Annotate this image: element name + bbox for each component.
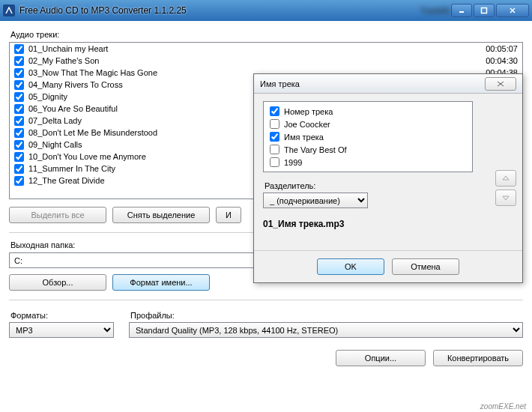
- track-checkbox[interactable]: [14, 176, 24, 186]
- titlebar-extra: Track06: [420, 6, 450, 15]
- track-checkbox[interactable]: [14, 104, 24, 114]
- track-duration: 00:05:07: [473, 44, 518, 53]
- deselect-button[interactable]: Снять выделение: [112, 207, 210, 223]
- separator-label: Разделитель:: [265, 181, 513, 190]
- maximize-button[interactable]: [474, 4, 495, 17]
- track-name: 01_Unchain my Heart: [28, 44, 473, 53]
- tracks-label: Аудио треки:: [10, 30, 523, 39]
- minimize-button[interactable]: [451, 4, 472, 17]
- track-checkbox[interactable]: [14, 80, 24, 90]
- name-part-label: Joe Coocker: [284, 120, 330, 129]
- name-part-row[interactable]: 1999: [265, 156, 471, 169]
- app-icon: [3, 4, 15, 16]
- dialog-cancel-button[interactable]: Отмена: [392, 258, 459, 275]
- dialog-title: Имя трека: [260, 79, 485, 88]
- track-duration: 00:04:30: [473, 56, 518, 65]
- close-button[interactable]: [496, 4, 529, 17]
- truncated-button[interactable]: И: [216, 207, 241, 223]
- name-part-row[interactable]: The Vary Best Of: [265, 143, 471, 156]
- track-checkbox[interactable]: [14, 56, 24, 66]
- format-select[interactable]: MP3: [9, 322, 114, 338]
- dialog-close-button[interactable]: [485, 77, 516, 91]
- track-row[interactable]: 02_My Fathe's Son00:04:30: [10, 55, 522, 67]
- name-part-label: The Vary Best Of: [284, 145, 347, 154]
- name-part-checkbox[interactable]: [270, 106, 279, 116]
- name-part-label: 1999: [284, 158, 302, 167]
- track-checkbox[interactable]: [14, 68, 24, 78]
- track-checkbox[interactable]: [14, 128, 24, 138]
- profiles-label: Профайлы:: [130, 311, 523, 320]
- titlebar: Free Audio CD to MP3 Converter 1.1.2.25 …: [0, 0, 532, 21]
- track-name: 02_My Fathe's Son: [28, 56, 473, 65]
- name-part-row[interactable]: Joe Coocker: [265, 118, 471, 130]
- select-all-button[interactable]: Выделить все: [9, 207, 106, 223]
- name-part-checkbox[interactable]: [270, 157, 279, 167]
- name-format-dialog: Имя трека Номер трекаJoe CoockerИмя трек…: [253, 73, 523, 283]
- svg-rect-1: [482, 8, 487, 13]
- track-checkbox[interactable]: [14, 44, 24, 54]
- browse-button[interactable]: Обзор...: [9, 274, 106, 291]
- name-part-row[interactable]: Номер трека: [265, 105, 471, 118]
- dialog-ok-button[interactable]: OK: [317, 258, 384, 275]
- formats-label: Форматы:: [10, 311, 114, 320]
- divider-2: [9, 300, 523, 300]
- separator-select[interactable]: _ (подчеркивание): [263, 193, 368, 208]
- move-down-button[interactable]: [495, 190, 516, 206]
- track-row[interactable]: 01_Unchain my Heart00:05:07: [10, 43, 522, 55]
- track-checkbox[interactable]: [14, 152, 24, 162]
- name-part-checkbox[interactable]: [270, 119, 279, 129]
- window-title: Free Audio CD to MP3 Converter 1.1.2.25: [19, 5, 398, 16]
- track-checkbox[interactable]: [14, 116, 24, 126]
- name-format-button[interactable]: Формат имени...: [112, 274, 210, 291]
- move-up-button[interactable]: [495, 170, 516, 187]
- track-checkbox[interactable]: [14, 140, 24, 150]
- track-checkbox[interactable]: [14, 92, 24, 102]
- track-checkbox[interactable]: [14, 164, 24, 174]
- options-button[interactable]: Опции...: [336, 350, 426, 366]
- name-part-row[interactable]: Имя трека: [265, 130, 471, 143]
- dialog-titlebar: Имя трека: [254, 74, 522, 94]
- name-part-label: Имя трека: [284, 133, 324, 142]
- watermark: zoomEXE.net: [480, 402, 526, 411]
- name-part-checkbox[interactable]: [270, 145, 279, 154]
- name-part-label: Номер трека: [284, 107, 333, 116]
- filename-preview: 01_Имя трека.mp3: [263, 219, 513, 229]
- convert-button[interactable]: Конвертировать: [433, 350, 523, 366]
- profile-select[interactable]: Standard Quality (MP3, 128 kbps, 44100 H…: [129, 322, 523, 338]
- name-part-checkbox[interactable]: [270, 132, 279, 142]
- name-parts-list[interactable]: Номер трекаJoe CoockerИмя трекаThe Vary …: [263, 101, 473, 172]
